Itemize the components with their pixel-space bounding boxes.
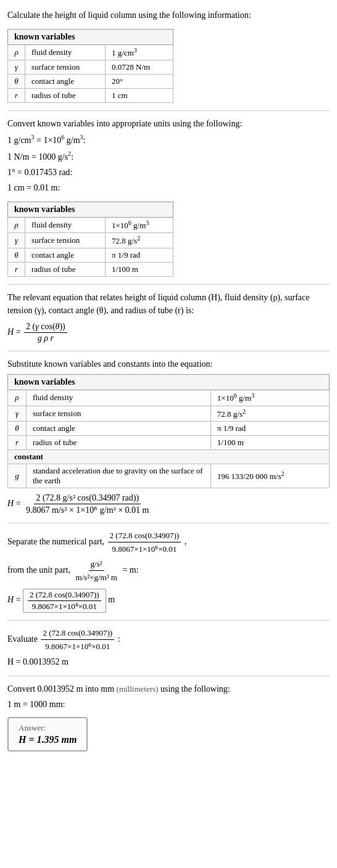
table-row: ρ fluid density 1 g/cm3 [8,45,173,60]
label-cell: radius of tube [25,263,106,277]
separate-unit-frac: g/s² m/s²×g/m³ m [73,558,119,584]
final-convert-section: Convert 0.0013952 m into mm (millimeters… [7,682,330,755]
divider-2 [7,284,330,285]
final-line2: 1 m = 1000 mm: [7,698,330,711]
divider-1 [7,110,330,111]
substitute-section: Substitute known variables and constants… [7,358,330,515]
boxed-fraction: 2 (72.8 cos(0.34907)) 9.8067×1×10⁶×0.01 [28,590,101,612]
table-row: g standard acceleration due to gravity o… [8,464,330,488]
label-cell: surface tension [25,232,106,248]
table-row: r radius of tube 1/100 m [8,435,330,449]
divider-6 [7,676,330,676]
answer-value: H = 1.395 mm [19,734,77,745]
convert-section: Convert known variables into appropriate… [7,117,330,194]
evaluate-frac: 2 (72.8 cos(0.34907)) 9.8067×1×10⁶×0.01 [41,627,114,653]
table-row: r radius of tube 1 cm [8,89,173,103]
table-row: θ contact angle 20° [8,75,173,89]
table1-header: known variables [8,30,173,45]
sym-cell: θ [8,421,27,435]
equation-fraction: 2 (γ cos(θ)) g ρ r [24,322,67,343]
known-vars-table-1: known variables ρ fluid density 1 g/cm3 … [7,29,173,103]
evaluate-colon: : [118,634,120,644]
equation-section: The relevant equation that relates heigh… [7,291,330,343]
boxed-numer: 2 (72.8 cos(0.34907)) [28,590,101,601]
label-cell: surface tension [25,60,106,75]
table-row: ρ fluid density 1×106 g/m3 [8,217,173,232]
label-cell: surface tension [26,406,210,421]
sym-cell: γ [8,60,25,75]
separate-num-frac: 2 (72.8 cos(0.34907)) 9.8067×1×10⁶×0.01 [108,530,181,555]
unit-denom: m/s²×g/m³ m [73,571,119,584]
sym-cell: θ [8,248,25,263]
separate-text1: Separate the numerical part, [7,537,104,546]
label-cell: contact angle [25,75,106,89]
equation-intro: The relevant equation that relates heigh… [7,291,330,317]
sym-cell: θ [8,75,25,89]
sym-cell: g [8,464,27,488]
sym-cell: r [8,263,25,277]
divider-4 [7,523,330,523]
evaluate-section: Evaluate 2 (72.8 cos(0.34907)) 9.8067×1×… [7,627,330,668]
sub-eq-numer: 2 (72.8 g/s² cos(0.34907 rad)) [34,493,141,504]
sym-cell: γ [8,232,25,248]
boxed-unit: m [108,595,115,604]
value-cell: π 1/9 rad [106,248,173,263]
known-vars-table-2: known variables ρ fluid density 1×106 g/… [7,202,173,277]
sub-eq-lhs: H = [7,499,23,508]
constant-header: constant [8,449,330,464]
convert-intro: Convert known variables into appropriate… [7,117,330,130]
equation-denom: g ρ r [36,333,56,343]
label-cell: contact angle [26,421,210,435]
value-cell: 1 cm [106,89,173,103]
table2-header: known variables [8,202,173,217]
sym-cell: r [8,435,27,449]
table3-header: known variables [8,375,330,390]
value-cell: 1/100 m [210,435,329,449]
eval-numer: 2 (72.8 cos(0.34907)) [41,627,114,641]
final-intro: Convert 0.0013952 m into mm [7,684,114,694]
value-cell: π 1/9 rad [210,421,329,435]
final-text: using the following: [160,684,230,694]
eval-denom: 9.8067×1×10⁶×0.01 [43,640,112,653]
convert-line-2: 1 N/m = 1000 g/s2: [7,149,330,163]
table1-section: known variables ρ fluid density 1 g/cm3 … [7,29,330,103]
label-cell: radius of tube [26,435,210,449]
value-cell: 20° [106,75,173,89]
boxed-denom: 9.8067×1×10⁶×0.01 [30,601,99,612]
label-cell: fluid density [25,45,106,60]
boxed-lhs: H = [7,595,23,604]
separate-line2: from the unit part, g/s² m/s²×g/m³ m = m… [7,558,330,584]
answer-label: Answer: [19,723,77,733]
evaluate-result: H = 0.0013952 m [7,655,330,668]
from-text: from the unit part, [7,565,72,575]
value-cell: 1 g/cm3 [106,45,173,60]
table-row: γ surface tension 72.8 g/s2 [8,406,330,421]
label-cell: fluid density [26,390,210,406]
divider-5 [7,620,330,621]
value-cell: 72.8 g/s2 [210,406,329,421]
sym-cell: ρ [8,45,25,60]
value-cell: 1×106 g/m3 [210,390,329,406]
equation-numer: 2 (γ cos(θ)) [24,322,67,333]
evaluate-line: Evaluate 2 (72.8 cos(0.34907)) 9.8067×1×… [7,627,330,653]
label-cell: standard acceleration due to gravity on … [26,464,210,488]
separate-text2: , [185,537,187,546]
convert-line-1: 1 g/cm3 = 1×106 g/m3: [7,133,330,147]
separate-line1: Separate the numerical part, 2 (72.8 cos… [7,530,330,555]
sym-cell: ρ [8,217,25,232]
sub-eq-denom: 9.8067 m/s² × 1×10⁶ g/m³ × 0.01 m [24,504,151,515]
known-vars-table-3: known variables ρ fluid density 1×106 g/… [7,374,330,488]
boxed-fraction-wrapper: 2 (72.8 cos(0.34907)) 9.8067×1×10⁶×0.01 [23,589,106,613]
unit-eq-text: = m: [122,565,138,575]
sub-equation: H = 2 (72.8 g/s² cos(0.34907 rad)) 9.806… [7,493,330,515]
answer-text: H = 1.395 mm [19,734,77,745]
value-cell: 72.8 g/s2 [106,232,173,248]
sub-eq-fraction: 2 (72.8 g/s² cos(0.34907 rad)) 9.8067 m/… [24,493,151,515]
sym-cell: ρ [8,390,27,406]
convert-line-3: 1° = 0.017453 rad: [7,166,330,179]
label-cell: contact angle [25,248,106,263]
final-unit: (millimeters) [117,684,159,694]
table2-section: known variables ρ fluid density 1×106 g/… [7,202,330,277]
sep-denom: 9.8067×1×10⁶×0.01 [110,542,178,555]
equation-lhs: H = [7,327,23,337]
